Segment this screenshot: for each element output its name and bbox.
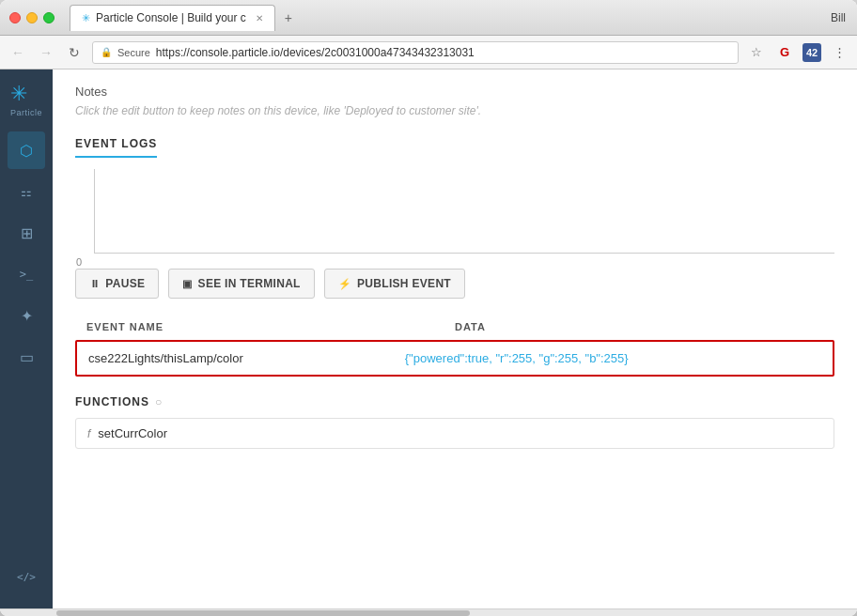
tab-bar: ✳ Particle Console | Build your c ✕ + xyxy=(70,5,848,31)
sidebar-item-terminal[interactable]: >_ xyxy=(8,255,45,293)
extension2-button[interactable]: 42 xyxy=(802,43,821,62)
event-data-cell: {"powered":true, "r":255, "g":255, "b":2… xyxy=(394,342,833,375)
browser-window: ✳ Particle Console | Build your c ✕ + Bi… xyxy=(0,0,857,616)
scrollbar-thumb[interactable] xyxy=(56,610,470,616)
card-icon: ▭ xyxy=(20,348,34,366)
address-bar: ← → ↻ 🔒 Secure https://console.particle.… xyxy=(0,36,857,69)
functions-header: FUNCTIONS ○ xyxy=(75,395,834,408)
functions-info-icon[interactable]: ○ xyxy=(155,395,162,408)
event-name-cell: cse222Lights/thisLamp/color xyxy=(77,342,394,375)
address-box[interactable]: 🔒 Secure https://console.particle.io/dev… xyxy=(92,41,739,64)
pause-label: PAUSE xyxy=(105,277,145,290)
tab-title: Particle Console | Build your c xyxy=(96,11,246,24)
sidebar-item-code[interactable]: </> xyxy=(8,558,45,595)
pause-icon: ⏸ xyxy=(89,278,100,289)
grid-icon: ⚏ xyxy=(21,185,32,199)
function-name: setCurrColor xyxy=(98,426,167,440)
menu-button[interactable]: ⋮ xyxy=(829,42,849,63)
cube-icon: ⬡ xyxy=(20,142,33,160)
see-in-terminal-button[interactable]: ▣ SEE IN TERMINAL xyxy=(168,269,314,299)
sidebar-item-billing[interactable]: ⊞ xyxy=(8,214,45,252)
forward-button[interactable]: → xyxy=(36,42,56,63)
functions-label: FUNCTIONS xyxy=(75,395,149,408)
code-icon: </> xyxy=(17,571,36,583)
notes-section: Notes Click the edit button to keep note… xyxy=(75,85,834,117)
maximize-button[interactable] xyxy=(43,12,55,23)
horizontal-scrollbar[interactable] xyxy=(0,608,857,616)
particle-logo-icon: ✳ xyxy=(10,82,42,106)
new-tab-button[interactable]: + xyxy=(275,5,302,31)
col-header-event-name: EVENT NAME xyxy=(86,321,455,332)
sidebar-item-card[interactable]: ▭ xyxy=(8,338,45,376)
sidebar-logo[interactable]: ✳ Particle xyxy=(8,81,45,118)
back-button[interactable]: ← xyxy=(8,42,28,63)
close-button[interactable] xyxy=(9,12,21,23)
sidebar: ✳ Particle ⬡ ⚏ ⊞ >_ ✦ ▭ </> xyxy=(0,69,53,608)
traffic-lights xyxy=(9,12,55,23)
col-header-data: DATA xyxy=(455,321,823,332)
network-icon: ✦ xyxy=(21,307,33,325)
event-chart: 0 xyxy=(94,169,834,254)
particle-label: Particle xyxy=(10,108,42,117)
user-label: Bill xyxy=(831,11,846,24)
event-buttons-row: ⏸ PAUSE ▣ SEE IN TERMINAL ⚡ PUBLISH EVEN… xyxy=(75,269,834,299)
main-area: ✳ Particle ⬡ ⚏ ⊞ >_ ✦ ▭ </> xyxy=(0,69,857,608)
active-tab[interactable]: ✳ Particle Console | Build your c ✕ xyxy=(70,5,275,31)
event-logs-section: EVENT LOGS 0 ⏸ PAUSE ▣ SEE IN TERMINAL xyxy=(75,136,834,377)
extension1-button[interactable]: G xyxy=(774,42,795,63)
terminal-icon: >_ xyxy=(20,268,33,281)
publish-event-button[interactable]: ⚡ PUBLISH EVENT xyxy=(324,269,465,299)
sidebar-item-products[interactable]: ⚏ xyxy=(8,173,45,210)
url-display: https://console.particle.io/devices/2c00… xyxy=(156,46,475,59)
titlebar: ✳ Particle Console | Build your c ✕ + Bi… xyxy=(0,0,857,36)
sidebar-item-network[interactable]: ✦ xyxy=(8,297,45,334)
publish-icon: ⚡ xyxy=(338,278,351,290)
tab-close-button[interactable]: ✕ xyxy=(256,13,263,23)
sidebar-item-devices[interactable]: ⬡ xyxy=(8,131,45,169)
chart-zero-label: 0 xyxy=(76,256,82,268)
event-table-wrapper: cse222Lights/thisLamp/color {"powered":t… xyxy=(75,340,834,377)
notes-placeholder: Click the edit button to keep notes on t… xyxy=(75,104,834,117)
reload-button[interactable]: ↻ xyxy=(64,42,85,63)
table-row: cse222Lights/thisLamp/color {"powered":t… xyxy=(77,342,833,375)
function-f-icon: f xyxy=(87,427,90,440)
lock-icon: 🔒 xyxy=(101,47,112,57)
minimize-button[interactable] xyxy=(26,12,38,23)
secure-badge: Secure xyxy=(117,47,150,58)
calculator-icon: ⊞ xyxy=(21,224,33,242)
event-logs-header: EVENT LOGS xyxy=(75,137,157,158)
content-area: Notes Click the edit button to keep note… xyxy=(53,69,857,608)
bookmark-button[interactable]: ☆ xyxy=(746,42,767,63)
terminal-btn-icon: ▣ xyxy=(182,278,192,290)
see-in-terminal-label: SEE IN TERMINAL xyxy=(198,277,301,290)
event-table: cse222Lights/thisLamp/color {"powered":t… xyxy=(77,342,833,375)
table-header-row: EVENT NAME DATA xyxy=(75,317,834,336)
pause-button[interactable]: ⏸ PAUSE xyxy=(75,269,159,299)
function-item-setCurrColor[interactable]: f setCurrColor xyxy=(75,418,834,449)
publish-event-label: PUBLISH EVENT xyxy=(357,277,451,290)
tab-favicon: ✳ xyxy=(82,12,90,24)
functions-section: FUNCTIONS ○ f setCurrColor xyxy=(75,395,834,449)
notes-title: Notes xyxy=(75,85,834,99)
